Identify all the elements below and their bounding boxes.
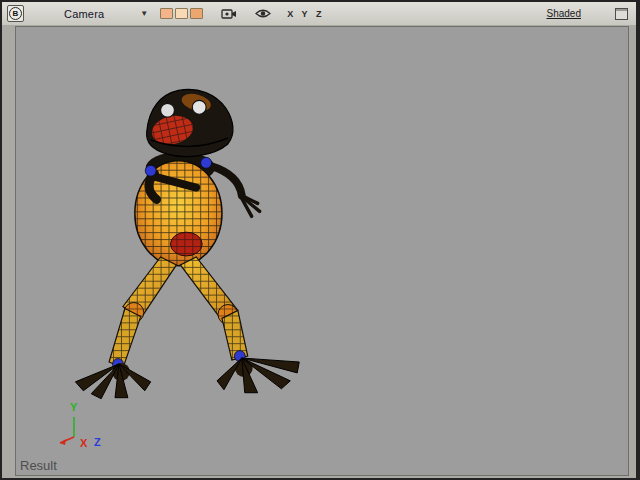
app-window: B Camera ▼ X Y Z Shaded — [2, 2, 636, 478]
camera-view-label: Camera — [64, 8, 104, 20]
visibility-eye-icon[interactable] — [255, 8, 271, 19]
b-view-button[interactable]: B — [7, 5, 24, 22]
frog-left-leg — [75, 257, 176, 399]
b-view-button-label: B — [9, 7, 22, 20]
viewport-frame: Y X Z Result — [2, 25, 636, 478]
shading-mode-menu[interactable]: Shaded — [547, 8, 581, 19]
camera-viewport[interactable]: Y X Z Result — [15, 26, 629, 476]
axis-label-z: Z — [94, 436, 101, 448]
result-label: Result — [20, 458, 57, 473]
axis-label-y: Y — [70, 401, 78, 413]
render-camera-icon[interactable] — [221, 8, 237, 20]
frog-right-leg — [180, 257, 299, 393]
maximize-view-icon[interactable] — [615, 8, 628, 20]
viewport-toolbar: B Camera ▼ X Y Z Shaded — [2, 2, 636, 26]
frog-shoulder-marker-left — [145, 165, 156, 176]
memo-cam-swatch-3[interactable] — [190, 8, 203, 19]
frog-shoulder-marker-right — [201, 157, 212, 168]
memo-cam-swatches — [160, 8, 203, 19]
axis-triad: Y X Z — [44, 397, 114, 453]
frog-head — [147, 89, 233, 156]
chevron-down-icon: ▼ — [140, 9, 148, 18]
memo-cam-swatch-2[interactable] — [175, 8, 188, 19]
xyz-axis-toggle[interactable]: X Y Z — [287, 9, 324, 19]
camera-view-dropdown[interactable]: Camera ▼ — [64, 8, 148, 20]
memo-cam-swatch-1[interactable] — [160, 8, 173, 19]
axis-label-x: X — [80, 437, 88, 449]
